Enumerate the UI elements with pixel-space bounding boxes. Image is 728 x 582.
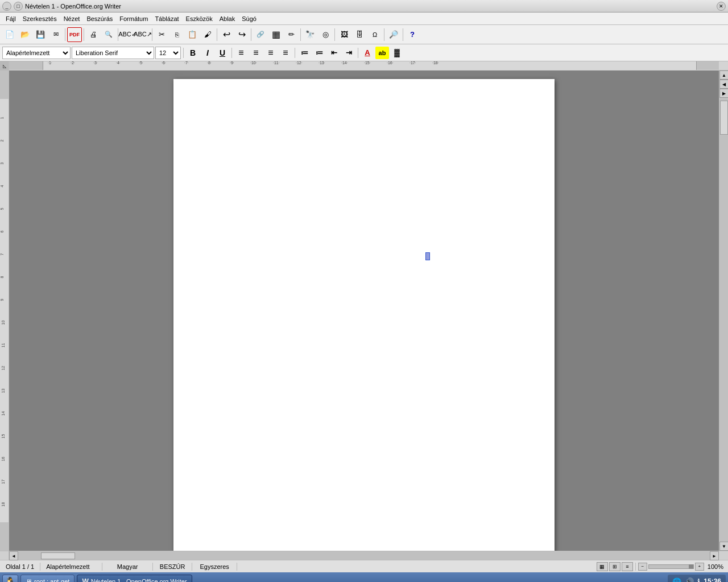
close-button[interactable]: ✕ (717, 2, 726, 11)
zoom-button[interactable]: 🔎 (386, 27, 401, 42)
fmt-sep3 (295, 48, 295, 58)
undo-button[interactable]: ↩ (219, 27, 234, 42)
italic-button[interactable]: I (201, 47, 214, 59)
tray-network-icon[interactable]: 🌐 (672, 577, 681, 583)
highlight-button[interactable]: ab (375, 47, 389, 59)
export-pdf-button[interactable]: PDF (67, 27, 82, 42)
draw-button[interactable]: ✏ (284, 27, 299, 42)
toolbar1-sep5 (217, 28, 217, 41)
toolbar1-sep10 (403, 28, 403, 41)
fmt-sep4 (358, 48, 358, 58)
writer-label: Névtelen 1 - OpenOffice.org Writer (91, 578, 187, 582)
spellcheck-button[interactable]: ABC✓ (120, 27, 135, 42)
list-num-button[interactable]: ≔ (297, 47, 311, 59)
font-color-button[interactable]: A (361, 47, 374, 59)
h-scroll-right-button[interactable]: ► (710, 551, 719, 560)
start-button[interactable]: 🐧 (2, 575, 18, 582)
toolbar1-sep6 (251, 28, 251, 41)
h-scroll-track[interactable] (18, 551, 710, 560)
maximize-button[interactable]: □ (14, 2, 23, 11)
font-size-select[interactable]: 12 (155, 47, 181, 59)
menu-tools[interactable]: Eszközök (183, 14, 216, 23)
scroll-thumb[interactable] (720, 101, 728, 135)
menu-view[interactable]: Nézet (60, 14, 84, 23)
help-button[interactable]: ? (405, 27, 420, 42)
table-button[interactable]: ▦ (268, 27, 283, 42)
autocorrect-button[interactable]: ABC↗ (135, 27, 150, 42)
window-controls: ✕ (717, 2, 726, 11)
taskbar-item-writer[interactable]: W Névtelen 1 - OpenOffice.org Writer (77, 575, 192, 582)
status-sep2 (102, 563, 102, 571)
document-area[interactable] (9, 70, 719, 551)
indent-inc-button[interactable]: ⇥ (342, 47, 355, 59)
menubar: Fájl Szerkesztés Nézet Beszúrás Formátum… (0, 13, 728, 25)
toolbar1-sep8 (334, 28, 335, 41)
zoom-slider-thumb[interactable] (689, 564, 693, 569)
zoom-out-button[interactable]: − (638, 563, 647, 571)
font-name-select[interactable]: Liberation Serif (72, 47, 154, 59)
menu-insert[interactable]: Beszúrás (83, 14, 116, 23)
scroll-down-button[interactable]: ▼ (719, 542, 728, 551)
paragraph-style-select[interactable]: Alapértelmezett (2, 47, 71, 59)
title-left: _ □ Névtelen 1 - OpenOffice.org Writer (2, 2, 121, 11)
print-button[interactable]: 🖨 (86, 27, 101, 42)
menu-file[interactable]: Fájl (2, 14, 19, 23)
paintformat-button[interactable]: 🖌 (200, 27, 215, 42)
open-button[interactable]: 📂 (18, 27, 32, 42)
char-background-button[interactable]: ▓ (390, 47, 404, 59)
new-button[interactable]: 📄 (2, 27, 17, 42)
h-scroll-thumb[interactable] (41, 552, 75, 559)
tray-info-icon[interactable]: ℹ (697, 577, 700, 583)
fields-button[interactable]: Ω (367, 27, 382, 42)
navigator-button[interactable]: ◎ (318, 27, 333, 42)
hyperlink-button[interactable]: 🔗 (253, 27, 268, 42)
email-button[interactable]: ✉ (48, 27, 63, 42)
horizontal-ruler: ·1· ·2· ·3· ·4· ·5· ·6· ·7· ·8· ·9· ·10·… (9, 61, 719, 70)
underline-button[interactable]: U (216, 47, 229, 59)
datasources-button[interactable]: 🗄 (352, 27, 367, 42)
h-scroll-left-button[interactable]: ◄ (9, 551, 18, 560)
paste-button[interactable]: 📋 (185, 27, 200, 42)
menu-edit[interactable]: Szerkesztés (19, 14, 60, 23)
cut-button[interactable]: ✂ (154, 27, 169, 42)
save-button[interactable]: 💾 (33, 27, 48, 42)
menu-help[interactable]: Súgó (238, 14, 260, 23)
preview-button[interactable]: 🔍 (101, 27, 116, 42)
scroll-next-page-button[interactable]: ▶ (719, 89, 728, 98)
tray-volume-icon[interactable]: 🔊 (685, 577, 694, 583)
toolbar1-sep9 (384, 28, 384, 41)
taskbar-item-terminal[interactable]: 🖥 root : apt-get (20, 575, 75, 582)
find-button[interactable]: 🔭 (303, 27, 317, 42)
menu-table[interactable]: Táblázat (151, 14, 182, 23)
system-tray: 🌐 🔊 ℹ 15:36 (668, 575, 726, 582)
menu-format[interactable]: Formátum (116, 14, 151, 23)
main-workspace: 1 2 3 4 5 6 7 8 9 10 11 12 13 14 15 16 1… (0, 70, 728, 551)
scroll-track[interactable] (719, 98, 728, 542)
minimize-button[interactable]: _ (2, 2, 11, 11)
cursor-indicator (425, 252, 430, 260)
copy-button[interactable]: ⎘ (169, 27, 184, 42)
list-bullet-button[interactable]: ≔ (312, 47, 326, 59)
menu-window[interactable]: Ablak (216, 14, 239, 23)
image-button[interactable]: 🖼 (337, 27, 351, 42)
vertical-scrollbar[interactable]: ▲ ◀ ▶ ▼ (719, 70, 728, 551)
indent-dec-button[interactable]: ⇤ (327, 47, 341, 59)
align-center-button[interactable]: ≡ (249, 47, 263, 59)
bold-button[interactable]: B (186, 47, 200, 59)
window-title: Névtelen 1 - OpenOffice.org Writer (25, 3, 121, 10)
fmt-sep2 (231, 48, 232, 58)
view-web-button[interactable]: ⊞ (609, 562, 621, 571)
view-normal-button[interactable]: ▦ (597, 562, 608, 571)
ruler-row: ◺ ·1· ·2· ·3· ·4· ·5· ·6· ·7· ·8· ·9· ·1… (0, 61, 728, 70)
ruler-corner: ◺ (0, 61, 9, 70)
align-left-button[interactable]: ≡ (234, 47, 248, 59)
align-justify-button[interactable]: ≡ (279, 47, 292, 59)
align-right-button[interactable]: ≡ (264, 47, 278, 59)
view-outline-button[interactable]: ≡ (622, 562, 633, 571)
document-page[interactable] (173, 79, 555, 551)
zoom-slider[interactable] (648, 564, 694, 569)
zoom-in-button[interactable]: + (695, 563, 704, 571)
scroll-up-button[interactable]: ▲ (719, 70, 728, 80)
redo-button[interactable]: ↪ (234, 27, 249, 42)
scroll-prev-page-button[interactable]: ◀ (719, 80, 728, 89)
